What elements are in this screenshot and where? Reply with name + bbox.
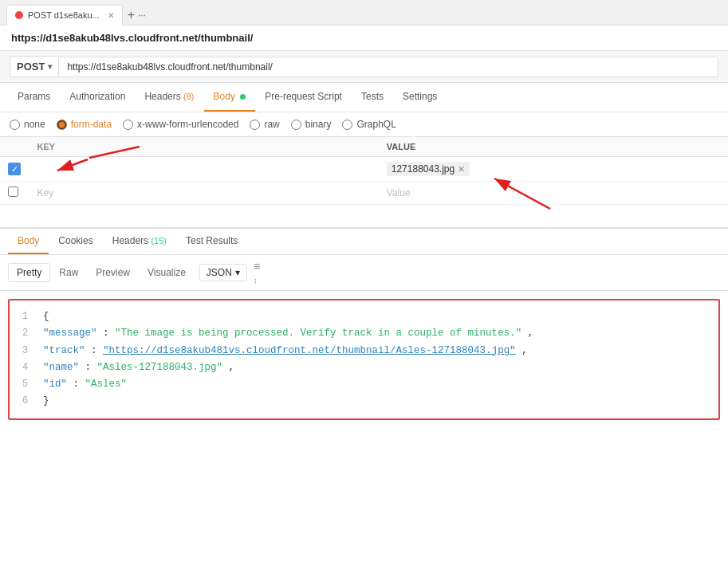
- checkbox-checked-icon[interactable]: ✓: [8, 163, 21, 175]
- body-type-graphql[interactable]: GraphQL: [342, 119, 395, 130]
- url-display: https://d1se8akub48lvs.cloudfront.net/th…: [11, 32, 253, 44]
- line-num: 5: [22, 376, 33, 393]
- body-type-binary[interactable]: binary: [291, 119, 332, 130]
- file-tag-remove-icon[interactable]: ✕: [458, 164, 465, 175]
- json-brace-open: {: [43, 308, 49, 325]
- line-num: 3: [22, 343, 33, 359]
- json-format-label: JSON: [207, 267, 232, 278]
- table-row: ✓ 127188043.jpg ✕: [0, 157, 728, 182]
- response-tab-body[interactable]: Body: [8, 229, 49, 254]
- json-colon: :: [73, 379, 85, 390]
- response-tab-cookies[interactable]: Cookies: [49, 229, 102, 254]
- json-line-6: 6 }: [22, 393, 706, 410]
- url-display-area: https://d1se8akub48lvs.cloudfront.net/th…: [0, 26, 728, 51]
- json-format-select[interactable]: JSON ▾: [199, 264, 247, 281]
- tab-params[interactable]: Params: [8, 83, 60, 112]
- tab-settings[interactable]: Settings: [393, 83, 447, 112]
- browser-tab-bar: POST d1se8aku... ✕ + ···: [0, 0, 728, 26]
- json-val-track-link[interactable]: "https://d1se8akub481vs.cloudfront.net/t…: [103, 345, 516, 356]
- json-line-2: 2 "message" : "The image is being proces…: [22, 325, 706, 342]
- json-key-message: "message": [43, 328, 97, 339]
- row1-value-cell[interactable]: 127188043.jpg ✕: [379, 157, 728, 182]
- format-bar: Pretty Raw Preview Visualize JSON ▾ ≡↕: [0, 255, 728, 291]
- request-bar: POST ▾: [0, 51, 728, 83]
- tab-authorization[interactable]: Authorization: [60, 83, 135, 112]
- json-val-name: "Asles-127188043.jpg": [97, 362, 223, 373]
- body-type-none[interactable]: none: [10, 119, 45, 130]
- json-line-1: 1 {: [22, 308, 706, 325]
- headers-badge: (8): [183, 92, 194, 101]
- response-tab-headers[interactable]: Headers (15): [103, 229, 176, 254]
- body-type-raw[interactable]: raw: [250, 119, 279, 130]
- table-header-check: [0, 137, 30, 157]
- json-val-message: "The image is being processed. Verify tr…: [115, 328, 521, 339]
- tab-close-icon[interactable]: ✕: [108, 11, 114, 20]
- json-colon: :: [91, 345, 103, 356]
- response-tab-testresults[interactable]: Test Results: [176, 229, 247, 254]
- format-visualize[interactable]: Visualize: [139, 263, 195, 282]
- tab-label: POST d1se8aku...: [28, 10, 100, 20]
- json-colon: :: [103, 328, 115, 339]
- table-header-key: KEY: [30, 137, 379, 157]
- url-input[interactable]: [58, 57, 718, 77]
- json-line-5: 5 "id" : "Asles": [22, 376, 706, 393]
- table-header-value: VALUE: [379, 137, 728, 157]
- row2-value-cell[interactable]: Value: [379, 182, 728, 205]
- json-key-id: "id": [43, 379, 67, 390]
- tab-prerequest[interactable]: Pre-request Script: [255, 83, 352, 112]
- json-select-chevron: ▾: [235, 267, 240, 278]
- body-type-urlencoded[interactable]: x-www-form-urlencoded: [123, 119, 238, 130]
- row2-key-cell[interactable]: Key: [30, 182, 379, 205]
- method-select[interactable]: POST ▾: [10, 56, 58, 77]
- row1-checkbox-cell[interactable]: ✓: [0, 157, 30, 182]
- format-raw[interactable]: Raw: [50, 263, 87, 282]
- row1-key-input[interactable]: [37, 163, 371, 175]
- format-preview[interactable]: Preview: [87, 263, 139, 282]
- tab-tests[interactable]: Tests: [352, 83, 393, 112]
- body-type-formdata[interactable]: form-data: [57, 119, 112, 130]
- new-tab-button[interactable]: +: [128, 8, 135, 22]
- tab-body[interactable]: Body: [204, 83, 256, 112]
- method-label: POST: [17, 61, 45, 73]
- tab-more-button[interactable]: ···: [138, 10, 146, 21]
- file-tag-label: 127188043.jpg: [392, 163, 455, 175]
- json-line-3: 3 "track" : "https://d1se8akub481vs.clou…: [22, 343, 706, 359]
- headers-count-badge: (15): [151, 236, 167, 245]
- row1-key-cell[interactable]: [30, 157, 379, 182]
- file-tag: 127188043.jpg ✕: [387, 162, 470, 176]
- format-pretty[interactable]: Pretty: [8, 263, 50, 282]
- body-type-bar: none form-data x-www-form-urlencoded raw…: [0, 112, 728, 137]
- chevron-down-icon: ▾: [48, 62, 52, 71]
- body-dot: [240, 94, 246, 100]
- line-num: 2: [22, 325, 33, 342]
- kv-table: KEY VALUE ✓ 127188043.jpg ✕: [0, 137, 728, 205]
- table-row: Key Value: [0, 182, 728, 205]
- line-num: 1: [22, 308, 33, 325]
- browser-tab[interactable]: POST d1se8aku... ✕: [6, 5, 123, 26]
- tab-favicon: [15, 11, 23, 19]
- request-tabs-nav: Params Authorization Headers (8) Body Pr…: [0, 83, 728, 112]
- response-tabs-nav: Body Cookies Headers (15) Test Results: [0, 229, 728, 255]
- line-num: 6: [22, 393, 33, 410]
- kv-table-wrapper: KEY VALUE ✓ 127188043.jpg ✕: [0, 137, 728, 205]
- row2-checkbox-cell[interactable]: [0, 182, 30, 205]
- line-num: 4: [22, 359, 33, 376]
- json-line-4: 4 "name" : "Asles-127188043.jpg" ,: [22, 359, 706, 376]
- row2-key-placeholder: Key: [37, 187, 54, 198]
- response-section: Body Cookies Headers (15) Test Results P…: [0, 227, 728, 420]
- row2-value-placeholder: Value: [387, 187, 411, 198]
- json-colon: :: [85, 362, 97, 373]
- json-key-track: "track": [43, 345, 85, 356]
- json-brace-close: }: [43, 393, 49, 410]
- filter-icon[interactable]: ≡↕: [254, 260, 260, 285]
- row2-checkbox[interactable]: [8, 186, 18, 197]
- tab-headers[interactable]: Headers (8): [135, 83, 203, 112]
- json-val-id: "Asles": [85, 379, 128, 390]
- json-viewer: 1 { 2 "message" : "The image is being pr…: [8, 299, 720, 420]
- json-key-name: "name": [43, 362, 79, 373]
